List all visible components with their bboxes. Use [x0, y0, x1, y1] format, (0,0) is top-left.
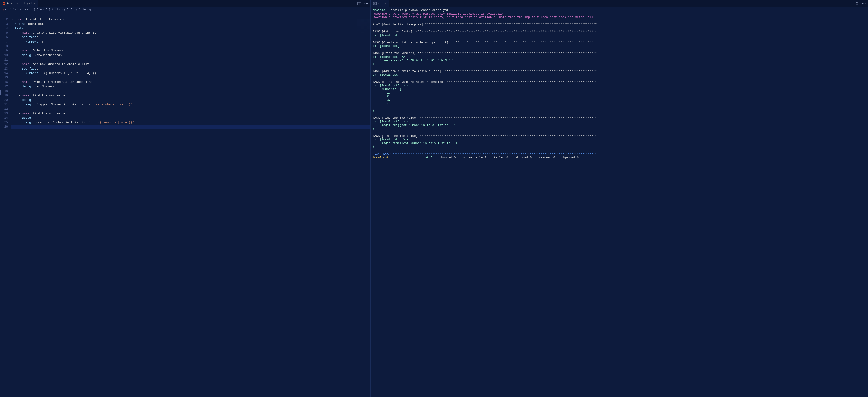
task-header: TASK [Gathering Facts] *****************…: [373, 30, 597, 33]
chevron-right-icon: ›: [31, 8, 32, 11]
recap-host: localhost: [373, 156, 389, 159]
recap-ok: ok=7: [425, 156, 438, 159]
task-body: 2,: [373, 95, 391, 98]
task-body: }: [373, 145, 374, 148]
recap-rest: changed=0 unreachable=0 failed=0 skipped…: [439, 156, 579, 159]
task-body: }: [373, 62, 374, 66]
svg-point-2: [365, 3, 365, 4]
task-body: "msg": "Biggest Number in this list is :…: [373, 123, 458, 127]
code-area[interactable]: ---- name: Ansible List Examples hosts: …: [11, 12, 370, 397]
task-ok: ok: [localhost]: [373, 44, 400, 48]
tab-label: AnsibleList.yml: [7, 2, 32, 5]
task-body: ]: [373, 105, 382, 109]
svg-point-8: [864, 3, 864, 4]
warning-line: [WARNING]: provided hosts list is empty,…: [373, 16, 595, 19]
play-recap-header: PLAY RECAP *****************************…: [373, 152, 597, 156]
tab-label: zsh: [378, 2, 383, 5]
svg-point-7: [862, 3, 863, 4]
svg-point-4: [367, 3, 368, 4]
task-body: "Numbers": [: [373, 87, 402, 91]
play-header: PLAY [Ansible List Examples] ***********…: [373, 23, 597, 26]
tab-ansiblelist[interactable]: AnsibleList.yml ×: [0, 0, 39, 7]
breadcrumb-item[interactable]: [ ] tasks: [45, 8, 61, 11]
warning-line: [WARNING]: No inventory was parsed, only…: [373, 12, 503, 16]
task-body: 3,: [373, 98, 391, 102]
minimap[interactable]: [356, 19, 370, 33]
task-ok: ok: [localhost]: [373, 34, 400, 37]
split-editor-icon[interactable]: [358, 2, 361, 5]
prompt-host: Ansible: [373, 8, 385, 12]
task-header: TASK [Print the Numbers after appending]…: [373, 80, 597, 84]
task-body: "UserRecords": "VARIABLE IS NOT DEFINED!…: [373, 59, 454, 62]
chevron-right-icon: ›: [43, 8, 44, 11]
line-number-gutter: 1234567891011121314151617181920212223242…: [0, 12, 11, 397]
yaml-file-icon: [2, 2, 6, 5]
task-header: TASK [Create a List variable and print i…: [373, 41, 597, 44]
task-ok: ok: [localhost] => {: [373, 84, 409, 87]
task-ok: ok: [localhost]: [373, 73, 400, 77]
task-body: "msg": "Smallest Number in this list is …: [373, 142, 459, 145]
task-body: }: [373, 127, 374, 130]
svg-point-3: [366, 3, 367, 4]
task-body: 4: [373, 102, 389, 105]
editor-tabbar: AnsibleList.yml ×: [0, 0, 370, 7]
breadcrumb-item[interactable]: { } 5: [64, 8, 72, 11]
breadcrumb-file[interactable]: AnsibleList.yml: [5, 8, 30, 11]
task-body: }: [373, 109, 374, 113]
task-header: TASK [Add new Numbers to Ansible list] *…: [373, 69, 597, 73]
more-actions-icon[interactable]: [365, 2, 368, 5]
yaml-file-icon: ▮: [2, 8, 4, 11]
svg-rect-6: [856, 3, 858, 5]
breadcrumb-item[interactable]: { } 0: [33, 8, 42, 11]
task-header: TASK [find the max value] **************…: [373, 116, 597, 120]
chevron-right-icon: ›: [61, 8, 63, 11]
svg-point-9: [865, 3, 866, 4]
terminal-pane: zsh × Ansible|⇒ ansible-playbook Ansible…: [371, 0, 868, 397]
lock-icon[interactable]: [855, 2, 859, 5]
prompt-command: ansible-playbook: [391, 8, 422, 12]
task-ok: ok: [localhost] => {: [373, 138, 409, 141]
terminal-tabbar: zsh ×: [371, 0, 868, 7]
task-body: 1,: [373, 91, 391, 95]
terminal-output[interactable]: Ansible|⇒ ansible-playbook AnsibleList.y…: [371, 7, 868, 397]
more-actions-icon[interactable]: [862, 2, 866, 5]
close-icon[interactable]: ×: [33, 2, 36, 5]
task-header: TASK [Print the Numbers] ***************…: [373, 52, 597, 55]
scroll-indicator: [0, 90, 1, 95]
tab-zsh[interactable]: zsh ×: [371, 0, 390, 7]
editor-pane: AnsibleList.yml × ▮AnsibleList.yml › { }…: [0, 0, 371, 397]
prompt-arg: AnsibleList.yml: [421, 8, 448, 12]
terminal-icon: [373, 2, 377, 5]
task-header: TASK [find the min value] **************…: [373, 134, 597, 138]
chevron-right-icon: ›: [73, 8, 75, 11]
code-editor[interactable]: 1234567891011121314151617181920212223242…: [0, 12, 370, 397]
close-icon[interactable]: ×: [384, 2, 387, 5]
task-ok: ok: [localhost] => {: [373, 120, 409, 123]
breadcrumb[interactable]: ▮AnsibleList.yml › { } 0 › [ ] tasks › {…: [0, 7, 370, 12]
task-ok: ok: [localhost] => {: [373, 55, 409, 59]
svg-rect-5: [373, 2, 376, 5]
breadcrumb-item[interactable]: { } debug: [76, 8, 91, 11]
